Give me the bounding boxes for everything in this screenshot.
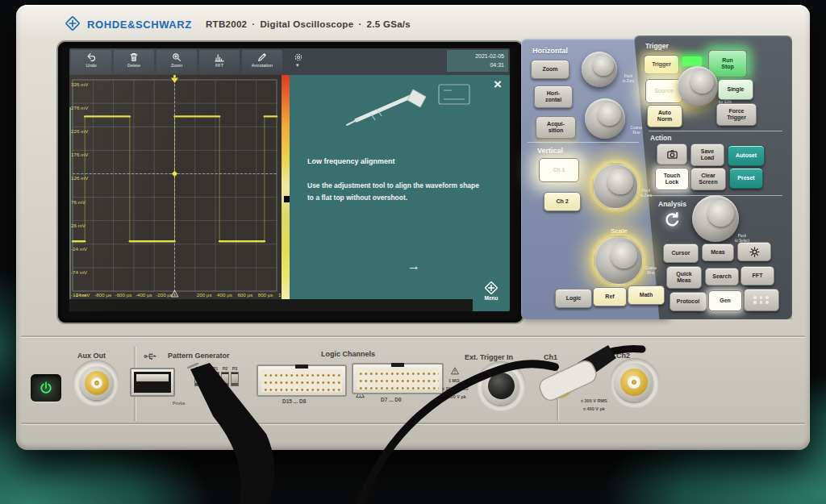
pattern-generator-pins: P0P1P2P3: [192, 366, 248, 394]
svg-text:-200 µs: -200 µs: [156, 292, 173, 298]
ext-trigger-cap: [488, 373, 515, 399]
trigger-source-button[interactable]: Source: [645, 79, 682, 103]
demo1-label: Demo 1: [216, 392, 232, 398]
display-settings-button[interactable]: [737, 242, 771, 261]
screen: UndoDeleteZoomFFTAnnotation ▾ 2021-02-05…: [69, 48, 510, 311]
chevron-down-icon[interactable]: ▾: [296, 62, 299, 69]
svg-text:226 mV: 226 mV: [71, 128, 89, 134]
next-arrow[interactable]: →: [407, 259, 420, 273]
date-text: 2021-02-05: [447, 52, 504, 61]
single-button[interactable]: Single: [718, 79, 753, 100]
divider: [649, 131, 782, 131]
logic-connector-d15-d8: [257, 364, 347, 397]
touch-lock-button[interactable]: Touch Lock: [655, 168, 689, 190]
trigger-section-title: Trigger: [645, 42, 669, 50]
toolbar-label: Zoom: [156, 63, 197, 69]
protocol-button[interactable]: Protocol: [670, 292, 707, 311]
screen-bezel: UndoDeleteZoomFFTAnnotation ▾ 2021-02-05…: [58, 42, 523, 323]
pattern-generator-label: Pattern Generator: [168, 352, 230, 360]
panel-seam: [557, 364, 558, 421]
fft-button[interactable]: FFT: [740, 266, 774, 285]
toolbar-label: FFT: [199, 63, 240, 69]
apps-grid-icon: [753, 296, 770, 304]
tutorial-panel: × Low frequency alignment Use the adjust…: [290, 75, 510, 299]
gear-icon[interactable]: [294, 52, 303, 62]
sun-icon: [749, 246, 760, 257]
tutorial-body: Use the adjustment tool to align the wav…: [307, 180, 479, 204]
product-text: Digital Oscilloscope: [260, 19, 353, 29]
svg-text:800 µs: 800 µs: [258, 292, 273, 298]
svg-text:-600 µs: -600 µs: [115, 292, 132, 298]
toolbar-annotation-button[interactable]: Annotation: [242, 50, 282, 73]
svg-text:26 mV: 26 mV: [71, 223, 86, 228]
zoom-button[interactable]: Zoom: [531, 60, 569, 79]
power-button[interactable]: [31, 374, 61, 402]
ext-peak: ≤ 400 V pk: [444, 394, 466, 400]
backlight-bleed: [69, 107, 71, 311]
cursor-button[interactable]: Cursor: [663, 244, 699, 263]
toolbar-zoom-button[interactable]: Zoom: [156, 50, 197, 73]
ref-button[interactable]: Ref: [593, 287, 627, 306]
logic-button[interactable]: Logic: [555, 289, 592, 308]
ch2-pin: [632, 380, 636, 385]
svg-text:276 mV: 276 mV: [71, 105, 89, 110]
screen-bottom-strip: [69, 299, 510, 311]
horizontal-button[interactable]: Hori- zontal: [534, 85, 573, 108]
autoset-button[interactable]: Autoset: [728, 145, 765, 166]
panel-seam: [21, 335, 805, 337]
run-stop-button[interactable]: Run Stop: [708, 50, 747, 77]
model-text: RTB2002: [206, 19, 247, 29]
trigger-button[interactable]: Trigger: [644, 55, 679, 74]
horizontal-position-knob[interactable]: [582, 52, 617, 87]
vertical-scale-knob[interactable]: [594, 235, 644, 285]
ch2-button[interactable]: Ch 2: [544, 192, 581, 211]
clear-screen-button[interactable]: Clear Screen: [690, 168, 726, 190]
svg-text:-400 µs: -400 µs: [136, 292, 152, 298]
search-button[interactable]: Search: [705, 268, 739, 285]
ext-rms: ≤ 300 V RMS: [442, 385, 469, 392]
d7-d0-label: D7 ... D0: [381, 396, 402, 404]
screen-toolbar: UndoDeleteZoomFFTAnnotation ▾ 2021-02-05…: [69, 48, 510, 75]
quick-meas-button[interactable]: Quick Meas: [666, 266, 702, 289]
waveform-display[interactable]: 326 mV276 mV226 mV176 mV126 mV76 mV26 mV…: [69, 75, 282, 299]
auto-norm-button[interactable]: Auto Norm: [647, 105, 682, 127]
force-trigger-button[interactable]: Force Trigger: [716, 103, 757, 126]
svg-text:200 µs: 200 µs: [197, 292, 212, 298]
horizontal-scale-knob[interactable]: [585, 98, 625, 139]
ext-trigger-label: Ext. Trigger In: [465, 353, 513, 361]
usb-port: [130, 368, 175, 397]
vertical-section-title: Vertical: [537, 147, 563, 155]
vertical-position-knob[interactable]: [592, 163, 639, 210]
datetime-display: 2021-02-05 04:31: [447, 50, 508, 72]
fft-icon: [214, 52, 225, 63]
math-button[interactable]: Math: [628, 285, 665, 305]
meas-button[interactable]: Meas: [702, 244, 734, 261]
toolbar-undo-button[interactable]: Undo: [71, 50, 111, 73]
time-text: 04:31: [447, 61, 504, 70]
usb-icon: [144, 352, 158, 361]
ch1-label: Ch1: [544, 353, 557, 361]
svg-text:326 mV: 326 mV: [71, 81, 89, 87]
acquisition-button[interactable]: Acqui- sition: [536, 116, 576, 139]
brand-name: ROHDE&SCHWARZ: [87, 19, 192, 31]
back-arrow-icon[interactable]: [663, 211, 681, 229]
toolbar-delete-button[interactable]: Delete: [114, 50, 154, 73]
menu-button[interactable]: Menu: [473, 277, 510, 311]
ch1-button[interactable]: Ch 1: [539, 158, 579, 182]
annotation-icon: [257, 52, 268, 63]
svg-text:76 mV: 76 mV: [71, 199, 86, 205]
save-load-button[interactable]: Save Load: [690, 144, 724, 166]
preset-button[interactable]: Preset: [729, 168, 763, 189]
oscilloscope-device: ROHDE&SCHWARZ RTB2002·Digital Oscillosco…: [16, 5, 810, 450]
knob-hint: Coarse Fine: [640, 266, 661, 275]
toolbar-fft-button[interactable]: FFT: [199, 50, 240, 73]
separator: ·: [252, 19, 255, 29]
screenshot-button[interactable]: [657, 144, 687, 165]
trigger-level-knob[interactable]: [678, 66, 718, 106]
apps-button[interactable]: [744, 289, 779, 311]
gen-button[interactable]: Gen: [708, 290, 742, 311]
knob-hint: Push to Zero: [636, 189, 657, 198]
ch-rms: ≤ 300 V RMS: [581, 398, 607, 404]
close-icon[interactable]: ×: [494, 77, 502, 93]
menu-label: Menu: [473, 295, 510, 301]
